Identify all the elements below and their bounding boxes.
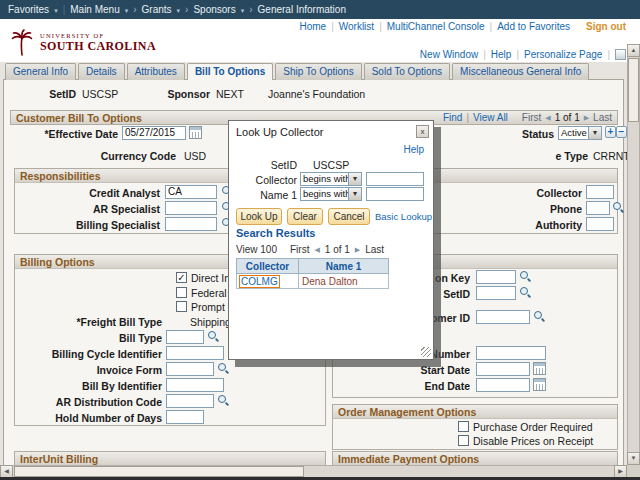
breadcrumb-sponsors[interactable]: Sponsors	[193, 4, 235, 15]
multichannel-console-link[interactable]: MultiChannel Console	[387, 21, 485, 32]
vertical-scroll-thumb[interactable]	[628, 58, 639, 122]
purchase-order-required-label: Purchase Order Required	[473, 421, 593, 433]
delete-row-button[interactable]	[616, 126, 627, 138]
cancel-button[interactable]: Cancel	[328, 208, 370, 225]
result-name-link[interactable]: Dena Dalton	[302, 276, 358, 287]
bill-by-identifier-input[interactable]	[166, 378, 224, 392]
number-input[interactable]	[476, 346, 546, 360]
sign-out-link[interactable]: Sign out	[586, 21, 626, 32]
scroll-up-icon[interactable]	[627, 44, 640, 57]
copy-url-icon[interactable]	[615, 49, 626, 60]
breadcrumb-separator-icon	[133, 4, 136, 15]
close-icon[interactable]	[416, 125, 429, 138]
invoice-form-input[interactable]	[166, 362, 214, 376]
modal-help-link[interactable]: Help	[403, 144, 424, 155]
billing-cycle-input[interactable]	[166, 346, 224, 360]
previous-row-icon[interactable]	[545, 114, 550, 122]
breadcrumb-grants[interactable]: Grants	[142, 4, 172, 15]
sponsor-name: Joanne's Foundation	[268, 88, 365, 100]
worklist-link[interactable]: Worklist	[339, 21, 374, 32]
credit-analyst-label: Credit Analyst	[20, 187, 160, 199]
tab-attributes[interactable]: Attributes	[127, 63, 185, 80]
credit-analyst-input[interactable]: CA	[165, 185, 217, 199]
separator	[485, 21, 498, 32]
tab-ship-to-options[interactable]: Ship To Options	[275, 63, 361, 80]
ar-distribution-code-input[interactable]	[166, 394, 214, 408]
status-label: Status	[476, 128, 554, 140]
customer-id-input[interactable]	[476, 310, 530, 324]
look-up-button[interactable]: Look Up	[236, 208, 282, 225]
find-link[interactable]: Find	[443, 112, 462, 123]
lookup-icon[interactable]	[519, 270, 532, 283]
federal-highway-checkbox[interactable]	[176, 287, 187, 298]
horizontal-scroll-thumb[interactable]	[14, 466, 304, 477]
collector-operator-select[interactable]: begins with	[300, 172, 362, 186]
first-row-link[interactable]: First	[522, 112, 541, 123]
lookup-icon[interactable]	[217, 362, 230, 375]
collector-input[interactable]	[586, 185, 614, 199]
phone-label: Phone	[480, 203, 582, 215]
ar-specialist-input[interactable]	[165, 201, 217, 215]
tab-bill-to-options[interactable]: Bill To Options	[187, 63, 273, 80]
lookup-icon[interactable]	[612, 201, 625, 214]
disable-prices-checkbox[interactable]	[458, 435, 469, 446]
setid-label: SetID	[20, 88, 76, 100]
scroll-down-icon[interactable]	[627, 452, 640, 465]
start-date-input[interactable]	[476, 362, 530, 376]
tab-sold-to-options[interactable]: Sold To Options	[364, 63, 450, 80]
billing-specialist-input[interactable]	[165, 217, 217, 231]
interunit-billing-header: InterUnit Billing	[14, 451, 326, 466]
next-row-icon[interactable]	[584, 114, 589, 122]
lookup-icon[interactable]	[533, 310, 546, 323]
disable-prices-label: Disable Prices on Receipt	[473, 435, 593, 447]
freight-bill-type-value: Shipping	[190, 316, 231, 328]
tab-general-info[interactable]: General Info	[5, 63, 76, 80]
bill-type-input[interactable]	[166, 330, 204, 344]
purchase-order-required-checkbox[interactable]	[458, 421, 469, 432]
name1-search-input[interactable]	[366, 187, 424, 201]
status-select[interactable]: Active	[558, 126, 602, 140]
lookup-icon[interactable]	[207, 330, 220, 343]
tab-misc-general-info[interactable]: Miscellaneous General Info	[452, 63, 589, 80]
authority-input[interactable]	[586, 217, 614, 231]
phone-input[interactable]	[586, 201, 610, 215]
previous-page-icon[interactable]	[314, 246, 319, 254]
home-link[interactable]: Home	[299, 21, 326, 32]
prompt-checkbox[interactable]	[176, 301, 187, 312]
favorites-menu[interactable]: Favorites	[8, 4, 49, 15]
right-setid-input[interactable]	[476, 286, 516, 300]
lookup-icon[interactable]	[217, 394, 230, 407]
last-row-link[interactable]: Last	[593, 112, 612, 123]
basic-lookup-link[interactable]: Basic Lookup	[375, 211, 432, 222]
add-to-favorites-link[interactable]: Add to Favorites	[497, 21, 570, 32]
add-row-button[interactable]	[605, 126, 616, 138]
resize-grip[interactable]	[421, 347, 431, 357]
direct-invoice-checkbox[interactable]	[176, 272, 187, 283]
search-results-title: Search Results	[236, 227, 315, 239]
clear-button[interactable]: Clear	[287, 208, 323, 225]
lookup-icon[interactable]	[519, 286, 532, 299]
calendar-icon[interactable]	[189, 126, 202, 139]
help-link[interactable]: Help	[491, 49, 512, 60]
calendar-icon[interactable]	[533, 362, 546, 375]
main-menu[interactable]: Main Menu	[70, 4, 119, 15]
effective-date-input[interactable]: 05/27/2015	[122, 126, 186, 140]
setid-value: USCSP	[82, 88, 118, 100]
view-100-link[interactable]: View 100	[236, 244, 277, 255]
personalize-page-link[interactable]: Personalize Page	[524, 49, 602, 60]
end-date-input[interactable]	[476, 378, 530, 392]
name1-operator-select[interactable]: begins with	[300, 187, 362, 201]
hold-number-of-days-input[interactable]	[166, 410, 204, 424]
top-menu-bar: Favorites Main Menu Grants Sponsors Gene…	[0, 0, 640, 19]
next-page-icon[interactable]	[355, 246, 360, 254]
ar-specialist-label: AR Specialist	[20, 203, 160, 215]
results-counter: 1 of 1	[325, 244, 350, 255]
result-collector-link[interactable]: COLMG	[240, 276, 279, 287]
calendar-icon[interactable]	[533, 378, 546, 391]
tab-details[interactable]: Details	[78, 63, 125, 80]
results-header-row: Collector Name 1	[237, 259, 389, 274]
collector-search-input[interactable]	[366, 172, 424, 186]
key-input[interactable]	[476, 270, 516, 284]
new-window-link[interactable]: New Window	[420, 49, 478, 60]
view-all-link[interactable]: View All	[473, 112, 508, 123]
